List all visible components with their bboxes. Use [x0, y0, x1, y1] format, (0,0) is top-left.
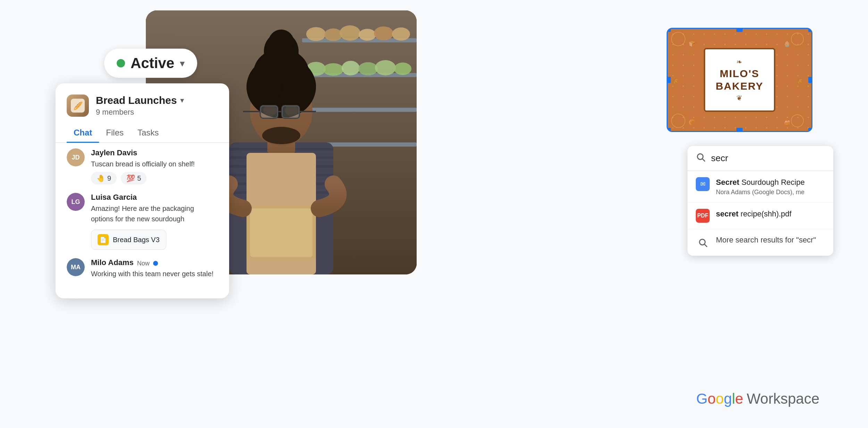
tab-files[interactable]: Files: [99, 124, 131, 143]
workspace-text: Workspace: [747, 390, 819, 407]
chat-members-count: 9 members: [96, 108, 218, 117]
svg-point-51: [791, 115, 803, 127]
chat-message: MA Milo Adams Now Working with this team…: [67, 258, 218, 282]
svg-point-13: [342, 61, 360, 75]
resize-handle-mr[interactable]: [808, 77, 812, 83]
svg-point-9: [374, 26, 393, 40]
result-subtitle: Nora Adams (Google Docs), me: [716, 189, 825, 196]
chat-message: LG Luisa Garcia Amazing! Here are the pa…: [67, 193, 218, 250]
svg-rect-45: [250, 208, 312, 257]
svg-point-8: [359, 29, 376, 41]
reaction-2[interactable]: 💯 5: [121, 172, 147, 184]
svg-text:🍞: 🍞: [688, 41, 695, 47]
message-text: Working with this team never gets stale!: [91, 269, 218, 279]
svg-point-16: [394, 63, 411, 75]
result-email-icon: ✉: [696, 177, 710, 191]
result-content: secret recipe(shh).pdf: [716, 209, 825, 220]
result-content: Secret Sourdough Recipe Nora Adams (Goog…: [716, 177, 825, 196]
avatar: JD: [67, 148, 85, 166]
avatar: LG: [67, 193, 85, 211]
svg-rect-43: [282, 106, 299, 118]
search-icon: [696, 152, 706, 164]
svg-point-50: [671, 114, 685, 127]
tab-chat[interactable]: Chat: [67, 124, 99, 143]
message-reactions: 🤚 9 💯 5: [91, 172, 218, 184]
file-icon: 📄: [98, 234, 109, 245]
file-name: Bread Bags V3: [113, 236, 160, 244]
sender-name: Luisa Garcia: [91, 193, 137, 202]
svg-point-5: [306, 27, 326, 41]
svg-line-61: [704, 244, 707, 246]
svg-point-49: [791, 33, 803, 45]
svg-point-6: [324, 28, 342, 41]
bakery-name-line2: BAKERY: [716, 80, 763, 92]
avatar: MA: [67, 258, 85, 276]
result-content: More search results for "secr": [716, 236, 825, 245]
google-text: Google: [696, 390, 743, 407]
sender-name: Milo Adams: [91, 258, 134, 267]
bakery-logo-box: ❧ MILO'S BAKERY ❦: [704, 48, 775, 112]
svg-line-59: [702, 159, 704, 161]
svg-point-7: [340, 25, 360, 41]
active-status-pill[interactable]: Active ▾: [104, 49, 197, 78]
svg-text:🥐: 🥐: [688, 119, 695, 125]
chat-messages-list: JD Jaylen Davis Tuscan bread is official…: [56, 148, 229, 282]
svg-text:🥖: 🥖: [73, 101, 83, 110]
result-title: Secret Sourdough Recipe: [716, 177, 825, 188]
bakery-card[interactable]: 🍞 🧁 🥐 🍰 🌾 🌾 ❧ MILO'S BAKERY ❦: [667, 28, 812, 132]
more-results-text: More search results for "secr": [716, 236, 825, 245]
svg-rect-42: [260, 106, 278, 118]
reaction-1[interactable]: 🤚 9: [91, 172, 117, 184]
message-content: Jaylen Davis Tuscan bread is officially …: [91, 148, 218, 184]
tab-tasks[interactable]: Tasks: [131, 124, 166, 143]
chat-header: 🥖 Bread Launches ▾ 9 members: [56, 94, 229, 124]
result-pdf-icon: PDF: [696, 209, 710, 223]
svg-point-34: [262, 127, 300, 144]
svg-text:🧁: 🧁: [784, 41, 791, 47]
result-search-icon: [696, 236, 710, 249]
active-label: Active: [131, 55, 174, 72]
message-content: Luisa Garcia Amazing! Here are the packa…: [91, 193, 218, 250]
chat-group-name: Bread Launches: [96, 94, 177, 106]
svg-text:🍰: 🍰: [784, 119, 791, 125]
sender-name: Jaylen Davis: [91, 148, 137, 157]
active-indicator-dot: [117, 59, 125, 67]
svg-point-48: [671, 32, 685, 46]
resize-handle-ml[interactable]: [667, 77, 671, 83]
svg-text:🌾: 🌾: [671, 78, 678, 85]
search-result[interactable]: PDF secret recipe(shh).pdf: [687, 203, 833, 229]
search-result[interactable]: ✉ Secret Sourdough Recipe Nora Adams (Go…: [687, 171, 833, 203]
svg-point-10: [392, 27, 410, 41]
svg-point-15: [375, 60, 396, 75]
file-attachment[interactable]: 📄 Bread Bags V3: [91, 230, 166, 250]
resize-handle-tm[interactable]: [736, 28, 743, 32]
message-content: Milo Adams Now Working with this team ne…: [91, 258, 218, 282]
search-result-more[interactable]: More search results for "secr": [687, 229, 833, 256]
message-text: Amazing! Here are the packaging options …: [91, 203, 218, 224]
wheat-bottom: ❦: [716, 94, 763, 102]
svg-rect-3: [302, 108, 417, 112]
chat-panel: 🥖 Bread Launches ▾ 9 members Chat Files …: [56, 83, 229, 298]
chat-group-avatar: 🥖: [67, 94, 89, 117]
wheat-top: ❧: [716, 58, 763, 66]
resize-handle-bm[interactable]: [736, 128, 743, 132]
search-input-row[interactable]: secr: [687, 146, 833, 171]
chat-tabs: Chat Files Tasks: [56, 124, 229, 143]
chat-group-dropdown-icon[interactable]: ▾: [180, 96, 184, 105]
message-text: Tuscan bread is officially on shelf!: [91, 159, 218, 169]
svg-text:🌾: 🌾: [796, 78, 803, 85]
online-indicator: [153, 261, 158, 266]
svg-point-14: [358, 62, 378, 75]
message-time: Now: [137, 260, 150, 267]
result-title: secret recipe(shh).pdf: [716, 209, 825, 220]
google-workspace-logo: Google Workspace: [696, 390, 819, 407]
svg-point-33: [268, 30, 294, 57]
svg-point-12: [323, 63, 344, 76]
search-dropdown: secr ✉ Secret Sourdough Recipe Nora Adam…: [687, 146, 833, 256]
active-chevron-icon: ▾: [180, 58, 185, 69]
chat-title-area: Bread Launches ▾ 9 members: [96, 94, 218, 117]
chat-message: JD Jaylen Davis Tuscan bread is official…: [67, 148, 218, 184]
search-query: secr: [711, 153, 728, 164]
bakery-name-line1: MILO'S: [716, 67, 763, 80]
